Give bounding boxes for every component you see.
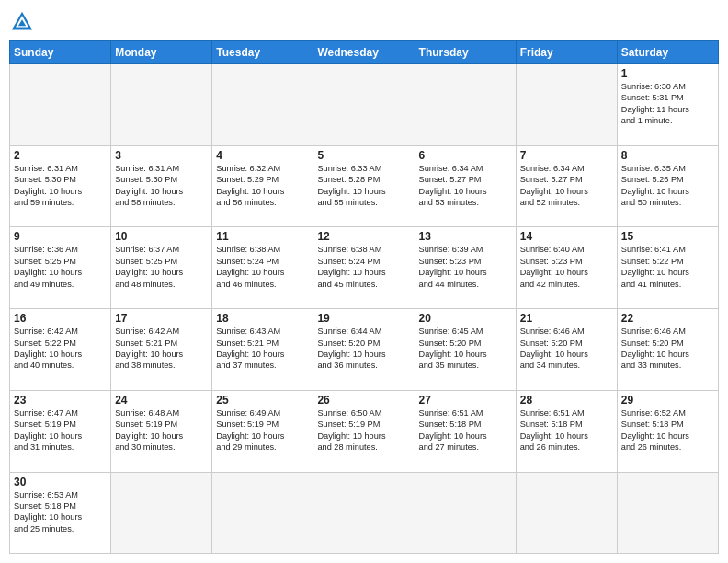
table-row [111, 472, 212, 553]
calendar-week-row: 16Sunrise: 6:42 AM Sunset: 5:22 PM Dayli… [10, 309, 719, 391]
table-row: 18Sunrise: 6:43 AM Sunset: 5:21 PM Dayli… [212, 309, 313, 391]
calendar-week-row: 9Sunrise: 6:36 AM Sunset: 5:25 PM Daylig… [10, 227, 719, 309]
day-info: Sunrise: 6:41 AM Sunset: 5:22 PM Dayligh… [621, 244, 714, 290]
day-number: 19 [317, 312, 410, 325]
calendar-header-row: Sunday Monday Tuesday Wednesday Thursday… [10, 41, 719, 64]
day-info: Sunrise: 6:51 AM Sunset: 5:18 PM Dayligh… [419, 408, 512, 454]
day-info: Sunrise: 6:50 AM Sunset: 5:19 PM Dayligh… [317, 408, 410, 454]
day-info: Sunrise: 6:38 AM Sunset: 5:24 PM Dayligh… [317, 244, 410, 290]
day-number: 22 [621, 312, 714, 325]
table-row: 27Sunrise: 6:51 AM Sunset: 5:18 PM Dayli… [415, 390, 516, 472]
day-number: 6 [419, 149, 512, 162]
day-info: Sunrise: 6:38 AM Sunset: 5:24 PM Dayligh… [216, 244, 309, 290]
day-info: Sunrise: 6:34 AM Sunset: 5:27 PM Dayligh… [520, 163, 613, 209]
day-info: Sunrise: 6:42 AM Sunset: 5:22 PM Dayligh… [14, 326, 107, 372]
day-number: 28 [520, 394, 613, 407]
table-row: 19Sunrise: 6:44 AM Sunset: 5:20 PM Dayli… [313, 309, 415, 391]
day-number: 3 [115, 149, 208, 162]
table-row [516, 64, 617, 146]
table-row [212, 64, 313, 146]
day-number: 21 [520, 312, 613, 325]
day-number: 29 [621, 394, 714, 407]
table-row: 23Sunrise: 6:47 AM Sunset: 5:19 PM Dayli… [10, 390, 111, 472]
table-row: 2Sunrise: 6:31 AM Sunset: 5:30 PM Daylig… [10, 145, 111, 227]
day-number: 11 [216, 230, 309, 243]
day-number: 15 [621, 230, 714, 243]
table-row: 11Sunrise: 6:38 AM Sunset: 5:24 PM Dayli… [212, 227, 313, 309]
page: Sunday Monday Tuesday Wednesday Thursday… [0, 0, 728, 563]
day-info: Sunrise: 6:37 AM Sunset: 5:25 PM Dayligh… [115, 244, 208, 290]
table-row: 20Sunrise: 6:45 AM Sunset: 5:20 PM Dayli… [415, 309, 516, 391]
table-row: 13Sunrise: 6:39 AM Sunset: 5:23 PM Dayli… [415, 227, 516, 309]
table-row [516, 472, 617, 553]
day-number: 12 [317, 230, 410, 243]
col-tuesday: Tuesday [212, 41, 313, 64]
day-info: Sunrise: 6:46 AM Sunset: 5:20 PM Dayligh… [621, 326, 714, 372]
table-row [212, 472, 313, 553]
day-number: 30 [14, 476, 107, 488]
table-row: 25Sunrise: 6:49 AM Sunset: 5:19 PM Dayli… [212, 390, 313, 472]
day-number: 17 [115, 312, 208, 325]
day-info: Sunrise: 6:46 AM Sunset: 5:20 PM Dayligh… [520, 326, 613, 372]
table-row [111, 64, 212, 146]
table-row: 14Sunrise: 6:40 AM Sunset: 5:23 PM Dayli… [516, 227, 617, 309]
table-row: 4Sunrise: 6:32 AM Sunset: 5:29 PM Daylig… [212, 145, 313, 227]
day-number: 23 [14, 394, 107, 407]
table-row: 5Sunrise: 6:33 AM Sunset: 5:28 PM Daylig… [313, 145, 415, 227]
table-row [10, 64, 111, 146]
day-info: Sunrise: 6:40 AM Sunset: 5:23 PM Dayligh… [520, 244, 613, 290]
day-info: Sunrise: 6:52 AM Sunset: 5:18 PM Dayligh… [621, 408, 714, 454]
day-info: Sunrise: 6:48 AM Sunset: 5:19 PM Dayligh… [115, 408, 208, 454]
day-number: 4 [216, 149, 309, 162]
day-number: 18 [216, 312, 309, 325]
day-info: Sunrise: 6:45 AM Sunset: 5:20 PM Dayligh… [419, 326, 512, 372]
day-info: Sunrise: 6:44 AM Sunset: 5:20 PM Dayligh… [317, 326, 410, 372]
day-info: Sunrise: 6:36 AM Sunset: 5:25 PM Dayligh… [14, 244, 107, 290]
logo [9, 9, 39, 35]
day-number: 16 [14, 312, 107, 325]
col-thursday: Thursday [415, 41, 516, 64]
day-number: 1 [621, 67, 714, 80]
table-row: 1Sunrise: 6:30 AM Sunset: 5:31 PM Daylig… [617, 64, 718, 146]
day-info: Sunrise: 6:53 AM Sunset: 5:18 PM Dayligh… [14, 489, 107, 535]
day-number: 25 [216, 394, 309, 407]
calendar-week-row: 30Sunrise: 6:53 AM Sunset: 5:18 PM Dayli… [10, 472, 719, 553]
table-row: 10Sunrise: 6:37 AM Sunset: 5:25 PM Dayli… [111, 227, 212, 309]
day-number: 8 [621, 149, 714, 162]
day-info: Sunrise: 6:33 AM Sunset: 5:28 PM Dayligh… [317, 163, 410, 209]
table-row: 29Sunrise: 6:52 AM Sunset: 5:18 PM Dayli… [617, 390, 718, 472]
table-row: 3Sunrise: 6:31 AM Sunset: 5:30 PM Daylig… [111, 145, 212, 227]
table-row: 22Sunrise: 6:46 AM Sunset: 5:20 PM Dayli… [617, 309, 718, 391]
col-sunday: Sunday [10, 41, 111, 64]
col-saturday: Saturday [617, 41, 718, 64]
table-row: 30Sunrise: 6:53 AM Sunset: 5:18 PM Dayli… [10, 472, 111, 553]
calendar-week-row: 23Sunrise: 6:47 AM Sunset: 5:19 PM Dayli… [10, 390, 719, 472]
day-info: Sunrise: 6:42 AM Sunset: 5:21 PM Dayligh… [115, 326, 208, 372]
table-row: 7Sunrise: 6:34 AM Sunset: 5:27 PM Daylig… [516, 145, 617, 227]
day-number: 26 [317, 394, 410, 407]
calendar-week-row: 1Sunrise: 6:30 AM Sunset: 5:31 PM Daylig… [10, 64, 719, 146]
table-row: 21Sunrise: 6:46 AM Sunset: 5:20 PM Dayli… [516, 309, 617, 391]
day-number: 9 [14, 230, 107, 243]
col-wednesday: Wednesday [313, 41, 415, 64]
day-info: Sunrise: 6:30 AM Sunset: 5:31 PM Dayligh… [621, 81, 714, 127]
day-number: 20 [419, 312, 512, 325]
col-friday: Friday [516, 41, 617, 64]
day-number: 13 [419, 230, 512, 243]
table-row [617, 472, 718, 553]
day-number: 7 [520, 149, 613, 162]
table-row [313, 472, 415, 553]
calendar-week-row: 2Sunrise: 6:31 AM Sunset: 5:30 PM Daylig… [10, 145, 719, 227]
day-number: 2 [14, 149, 107, 162]
day-number: 10 [115, 230, 208, 243]
day-info: Sunrise: 6:51 AM Sunset: 5:18 PM Dayligh… [520, 408, 613, 454]
day-info: Sunrise: 6:43 AM Sunset: 5:21 PM Dayligh… [216, 326, 309, 372]
day-number: 24 [115, 394, 208, 407]
table-row [313, 64, 415, 146]
table-row: 9Sunrise: 6:36 AM Sunset: 5:25 PM Daylig… [10, 227, 111, 309]
day-info: Sunrise: 6:32 AM Sunset: 5:29 PM Dayligh… [216, 163, 309, 209]
table-row: 26Sunrise: 6:50 AM Sunset: 5:19 PM Dayli… [313, 390, 415, 472]
table-row [415, 64, 516, 146]
day-info: Sunrise: 6:31 AM Sunset: 5:30 PM Dayligh… [14, 163, 107, 209]
day-number: 14 [520, 230, 613, 243]
